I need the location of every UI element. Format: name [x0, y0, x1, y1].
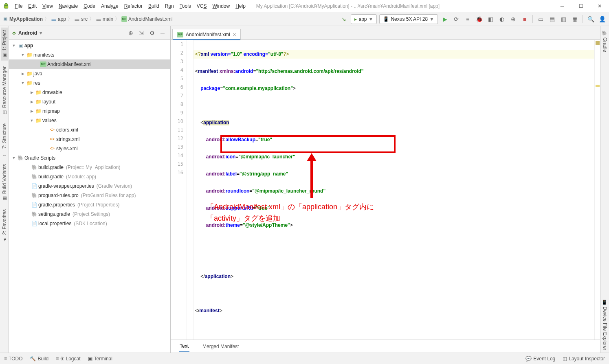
menu-code[interactable]: Code	[81, 2, 98, 11]
tree-node-mipmap[interactable]: ▶📁mipmap	[9, 106, 170, 116]
tree-node-local-props[interactable]: 📄local.properties(SDK Location)	[9, 219, 170, 228]
android-logo-icon	[0, 3, 12, 9]
tree-node-layout[interactable]: ▶📁layout	[9, 97, 170, 106]
close-button[interactable]: ✕	[590, 0, 609, 12]
tree-node-build-gradle-app[interactable]: 🐘build.gradle(Module: app)	[9, 172, 170, 181]
tree-node-wrapper-props[interactable]: 📄gradle-wrapper.properties(Gradle Versio…	[9, 181, 170, 191]
editor-subtab-merged[interactable]: Merged Manifest	[202, 341, 240, 352]
breadcrumb-root[interactable]: ▣MyApplication	[2, 16, 43, 22]
tree-node-gradle-scripts[interactable]: ▼🐘Gradle Scripts	[9, 153, 170, 162]
hide-panel-icon[interactable]: ─	[158, 29, 167, 37]
sdk-manager-icon[interactable]: ▤	[547, 15, 556, 24]
coverage-icon[interactable]: ◐	[497, 15, 506, 24]
sidebar-tab-gradle[interactable]: 🐘Gradle	[601, 28, 609, 55]
tree-node-settings-gradle[interactable]: 🐘settings.gradle(Project Settings)	[9, 209, 170, 219]
project-settings-icon[interactable]: ⚙	[147, 29, 156, 37]
tree-node-strings[interactable]: <>strings.xml	[9, 134, 170, 144]
tree-node-java[interactable]: ▶📁java	[9, 69, 170, 78]
editor-subtab-text[interactable]: Text	[179, 341, 189, 352]
code-editor[interactable]: <?xml version="1.0" encoding="utf-8"?> <…	[193, 40, 594, 340]
sidebar-tab-project[interactable]: ▣1: Project	[1, 28, 8, 61]
menu-run[interactable]: Run	[163, 2, 176, 11]
breadcrumb-main[interactable]: ▬main	[96, 16, 113, 22]
tree-node-app[interactable]: ▼▣app	[9, 41, 170, 50]
line-gutter: 12345678910111213141516	[171, 40, 187, 340]
layout-inspector-icon[interactable]: ▦	[570, 15, 579, 24]
window-title: My Application [C:¥Android¥MyApplication…	[256, 3, 440, 9]
project-tree: ▼▣app ▼📁manifests MFAndroidManifest.xml …	[9, 40, 170, 353]
collapse-all-icon[interactable]: ⇲	[137, 29, 146, 37]
attach-debugger-icon[interactable]: ⊕	[509, 15, 518, 24]
sync-icon[interactable]: ↘	[339, 15, 348, 24]
sidebar-tab-device-explorer[interactable]: 📱Device File Explorer	[601, 297, 609, 353]
annotation-arrow	[307, 153, 317, 198]
fold-gutter[interactable]	[187, 40, 193, 340]
menu-help[interactable]: Help	[233, 2, 248, 11]
device-dropdown[interactable]: 📱Nexus 5X API 28▼	[379, 14, 438, 24]
project-scope-dropdown[interactable]: Android ▼	[18, 30, 43, 36]
menu-refactor[interactable]: Refactor	[122, 2, 145, 11]
tree-node-colors[interactable]: <>colors.xml	[9, 125, 170, 134]
menu-edit[interactable]: Edit	[26, 2, 39, 11]
warning-marker[interactable]	[596, 85, 600, 87]
apply-changes-icon[interactable]: ⟳	[452, 15, 461, 24]
status-layout-inspector[interactable]: ◫Layout Inspector	[563, 356, 605, 362]
apply-code-icon[interactable]: ≡	[463, 15, 472, 24]
breadcrumb-app[interactable]: ▬app	[51, 16, 66, 22]
menu-vcs[interactable]: VCS	[194, 2, 209, 11]
menu-file[interactable]: File	[12, 2, 25, 11]
search-icon[interactable]: 🔍	[586, 15, 595, 24]
error-stripe[interactable]	[594, 40, 600, 340]
sidebar-tab-structure[interactable]: ⁝7: Structure	[1, 121, 8, 158]
annotation-box	[220, 135, 396, 153]
tree-node-res[interactable]: ▼📁res	[9, 78, 170, 88]
annotation-text: 「AndroidManifest.xml」の「application」タグ内に …	[207, 201, 374, 224]
tree-node-manifest-file[interactable]: MFAndroidManifest.xml	[9, 59, 170, 69]
user-icon[interactable]: 👤	[598, 15, 607, 24]
tree-node-proguard[interactable]: 🐘proguard-rules.pro(ProGuard Rules for a…	[9, 191, 170, 200]
breadcrumb-file[interactable]: MFAndroidManifest.xml	[121, 16, 173, 22]
menu-analyze[interactable]: Analyze	[99, 2, 121, 11]
tree-node-manifests[interactable]: ▼📁manifests	[9, 50, 170, 59]
status-logcat[interactable]: ≡6: Logcat	[56, 356, 80, 362]
resource-manager-icon[interactable]: ▥	[559, 15, 568, 24]
editor-tab-manifest[interactable]: MF AndroidManifest.xml ✕	[172, 29, 241, 40]
tree-node-values[interactable]: ▼📁values	[9, 116, 170, 125]
menu-navigate[interactable]: Navigate	[56, 2, 80, 11]
tree-node-drawable[interactable]: ▶📁drawable	[9, 88, 170, 97]
menu-tools[interactable]: Tools	[177, 2, 193, 11]
status-build[interactable]: 🔨Build	[30, 356, 48, 362]
avd-manager-icon[interactable]: ▭	[536, 15, 545, 24]
tree-node-build-gradle-project[interactable]: 🐘build.gradle(Project: My_Application)	[9, 162, 170, 172]
menu-bar: File Edit View Navigate Code Analyze Ref…	[12, 2, 248, 11]
tree-node-styles[interactable]: <>styles.xml	[9, 144, 170, 153]
android-scope-icon: ⬘	[12, 30, 16, 36]
breadcrumb-src[interactable]: ▬src	[74, 16, 88, 22]
breadcrumb: ▣MyApplication 〉 ▬app 〉 ▬src 〉 ▬main 〉 M…	[2, 15, 173, 22]
sidebar-tab-resource-manager[interactable]: ◫Resource Manager	[1, 64, 8, 118]
minimize-button[interactable]: ─	[553, 0, 572, 12]
menu-build[interactable]: Build	[146, 2, 162, 11]
debug-button[interactable]: 🐞	[475, 15, 484, 24]
stop-button[interactable]: ■	[520, 15, 529, 24]
scroll-from-source-icon[interactable]: ⊕	[126, 29, 135, 37]
run-config-dropdown[interactable]: ▸app▼	[351, 14, 377, 24]
profiler-icon[interactable]: ◧	[486, 15, 495, 24]
menu-view[interactable]: View	[40, 2, 55, 11]
run-button[interactable]: ▶	[440, 15, 449, 24]
maximize-button[interactable]: ☐	[572, 0, 590, 12]
menu-window[interactable]: Window	[210, 2, 232, 11]
tree-node-gradle-props[interactable]: 📄gradle.properties(Project Properties)	[9, 200, 170, 209]
status-terminal[interactable]: ▣Terminal	[88, 356, 112, 362]
sidebar-tab-favorites[interactable]: ★2: Favorites	[1, 207, 8, 245]
sidebar-tab-build-variants[interactable]: ▤Build Variants	[1, 162, 8, 204]
close-tab-icon[interactable]: ✕	[233, 32, 236, 37]
status-todo[interactable]: ≡TODO	[4, 356, 22, 362]
status-event-log[interactable]: 💬Event Log	[525, 356, 555, 362]
warning-marker[interactable]	[596, 41, 600, 45]
